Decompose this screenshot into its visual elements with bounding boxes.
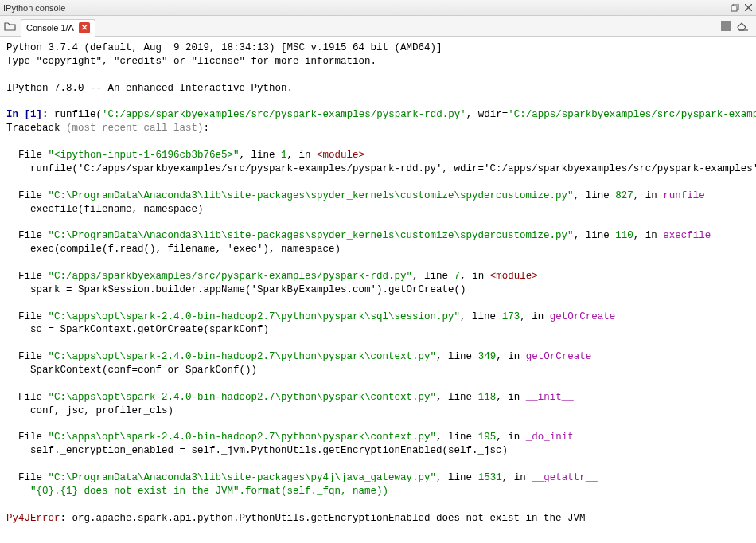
tab-console-1a[interactable]: Console 1/A ✕ [21, 19, 95, 37]
clear-icon[interactable] [737, 20, 750, 33]
stop-icon[interactable] [719, 20, 732, 33]
svg-rect-4 [721, 21, 731, 31]
title-bar: IPython console [0, 0, 756, 16]
tab-bar: Console 1/A ✕ [0, 16, 756, 37]
title-controls [731, 3, 753, 13]
console-text: Python 3.7.4 (default, Aug 9 2019, 18:34… [6, 42, 756, 543]
svg-rect-1 [731, 6, 737, 11]
close-icon[interactable] [743, 3, 753, 13]
console-output[interactable]: Python 3.7.4 (default, Aug 9 2019, 18:34… [0, 37, 756, 543]
open-folder-icon[interactable] [2, 18, 19, 35]
window-title: IPython console [3, 3, 65, 13]
tab-close-button[interactable]: ✕ [79, 22, 90, 33]
tab-label: Console 1/A [26, 23, 74, 33]
restore-icon[interactable] [731, 3, 740, 13]
